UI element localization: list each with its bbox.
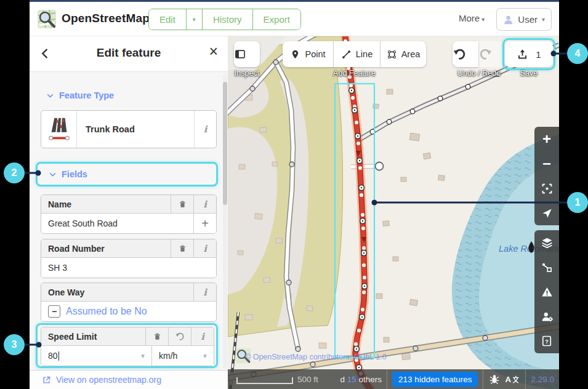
- undo-button[interactable]: [453, 41, 478, 67]
- redo-icon: [479, 47, 493, 61]
- divider: [483, 369, 483, 389]
- scrollbar-thumb[interactable]: [223, 82, 227, 205]
- inspect-icon: [234, 48, 246, 60]
- map-panels-controls: ?: [534, 230, 559, 353]
- main-nav: Edit ▾ History Export: [148, 9, 301, 30]
- callout-badge-2: 2: [4, 162, 25, 183]
- fields-section-header[interactable]: Fields: [36, 162, 218, 186]
- add-line-button[interactable]: Line: [334, 41, 380, 67]
- feature-type-card[interactable]: Trunk Road i: [41, 110, 217, 148]
- navigation-arrow-icon: [541, 207, 553, 219]
- chevron-down-icon: ▼: [140, 353, 146, 359]
- line-icon: [341, 49, 352, 60]
- add-area-button[interactable]: Area: [381, 41, 426, 67]
- add-feature-label: Add Feature: [283, 69, 426, 78]
- trash-icon[interactable]: [171, 195, 193, 213]
- name-field: Name i Great South Road +: [41, 194, 217, 234]
- user-icon: [503, 14, 513, 25]
- trash-icon[interactable]: [171, 239, 193, 257]
- layers-icon: [541, 236, 554, 249]
- help-button[interactable]: ?: [534, 329, 559, 353]
- crosshair-icon: [541, 182, 554, 195]
- trunk-road-icon: [41, 111, 77, 148]
- map-attribution[interactable]: © OpenStreetMap contributors, ODbL 1.0: [245, 353, 387, 361]
- zoom-to-selection-button[interactable]: [534, 176, 559, 201]
- map-svg: Lake Rotomanuka: [228, 36, 559, 389]
- edit-dropdown-caret[interactable]: ▾: [187, 9, 203, 30]
- info-icon[interactable]: i: [193, 239, 216, 257]
- layers-button[interactable]: [534, 230, 559, 255]
- info-icon[interactable]: i: [194, 111, 216, 148]
- info-icon[interactable]: i: [193, 283, 216, 301]
- one-way-field: One Way i − Assumed to be No: [41, 283, 217, 322]
- top-header: OpenStreetMap Edit ▾ History Export More…: [30, 2, 559, 36]
- save-button[interactable]: 1: [505, 41, 553, 67]
- chevron-down-icon: [49, 170, 57, 178]
- hidden-features-button[interactable]: 213 hidden features: [392, 372, 478, 387]
- chevron-down-icon: ▾: [481, 16, 485, 23]
- preferences-button[interactable]: [534, 304, 559, 329]
- app-window: OpenStreetMap Edit ▾ History Export More…: [30, 0, 559, 389]
- contributors-text: d 15 others: [340, 375, 382, 384]
- more-menu[interactable]: More▾: [459, 13, 485, 23]
- warning-icon: [541, 286, 554, 299]
- add-point-button[interactable]: Point: [283, 41, 333, 67]
- chevron-down-icon: ▾: [542, 16, 545, 23]
- help-icon: ?: [541, 335, 553, 347]
- info-icon[interactable]: i: [193, 195, 216, 213]
- one-way-value: Assumed to be No: [66, 306, 147, 317]
- user-gear-icon: [541, 310, 554, 323]
- road-number-field-label: Road Number: [41, 239, 171, 257]
- sidebar-scrollbar[interactable]: [223, 74, 227, 369]
- trash-icon[interactable]: [145, 327, 168, 345]
- scale-indicator: 500 ft: [236, 375, 318, 384]
- speed-unit-combo[interactable]: km/h ▼: [152, 346, 214, 366]
- one-way-field-label: One Way: [41, 283, 193, 301]
- export-button[interactable]: Export: [253, 9, 300, 30]
- speed-limit-field: Speed Limit i 80 ▼: [41, 327, 214, 366]
- undo-redo-label: Undo / Redo: [445, 69, 513, 78]
- user-menu-button[interactable]: User ▾: [496, 8, 552, 31]
- name-input[interactable]: Great South Road: [41, 214, 193, 233]
- add-value-icon[interactable]: +: [193, 214, 216, 233]
- map-data-icon: [541, 261, 553, 273]
- view-on-osm-link[interactable]: View on openstreetmap.org: [56, 375, 161, 385]
- brand-title: OpenStreetMap: [62, 12, 150, 25]
- annotated-screenshot: OpenStreetMap Edit ▾ History Export More…: [0, 0, 588, 389]
- geolocate-button[interactable]: [534, 201, 559, 225]
- inspect-button[interactable]: [234, 41, 260, 67]
- edit-sidebar: Edit feature × Feature Type: [30, 36, 228, 389]
- map-canvas[interactable]: Lake Rotomanuka © OpenStreetMap contribu…: [228, 36, 559, 389]
- external-link-icon: [42, 375, 51, 385]
- speed-limit-highlight: Speed Limit i 80 ▼: [36, 323, 218, 368]
- area-icon: [387, 49, 397, 60]
- history-button[interactable]: History: [203, 9, 253, 30]
- translate-icon[interactable]: A: [504, 374, 520, 385]
- close-icon[interactable]: ×: [209, 44, 218, 59]
- bug-report-icon[interactable]: [488, 374, 501, 385]
- contributors-count-link[interactable]: 15: [347, 375, 356, 384]
- info-icon[interactable]: i: [191, 327, 214, 345]
- panel-header: Edit feature ×: [30, 36, 228, 72]
- feature-type-name: Trunk Road: [77, 111, 194, 148]
- zoom-in-button[interactable]: +: [534, 127, 559, 151]
- undo-field-icon[interactable]: [168, 327, 191, 345]
- one-way-checkbox[interactable]: −: [48, 305, 60, 318]
- map-data-button[interactable]: [534, 255, 559, 279]
- edit-button[interactable]: Edit: [149, 9, 187, 30]
- road-number-input[interactable]: SH 3: [41, 258, 216, 278]
- scale-bar: [236, 377, 293, 384]
- divider: [387, 369, 387, 389]
- redo-button[interactable]: [479, 41, 505, 67]
- panel-title: Edit feature: [30, 46, 228, 60]
- undo-icon: [453, 47, 466, 61]
- osm-logo-icon: [37, 9, 57, 29]
- zoom-out-button[interactable]: −: [534, 151, 559, 176]
- inspect-label: Inspect: [228, 69, 266, 78]
- issues-button[interactable]: [534, 279, 559, 304]
- speed-limit-field-label: Speed Limit: [41, 327, 145, 345]
- speed-limit-combo[interactable]: 80 ▼: [41, 346, 152, 366]
- version-label[interactable]: 2.29.0: [531, 375, 554, 384]
- save-label: Save: [505, 69, 553, 78]
- feature-type-section-header[interactable]: Feature Type: [46, 90, 114, 100]
